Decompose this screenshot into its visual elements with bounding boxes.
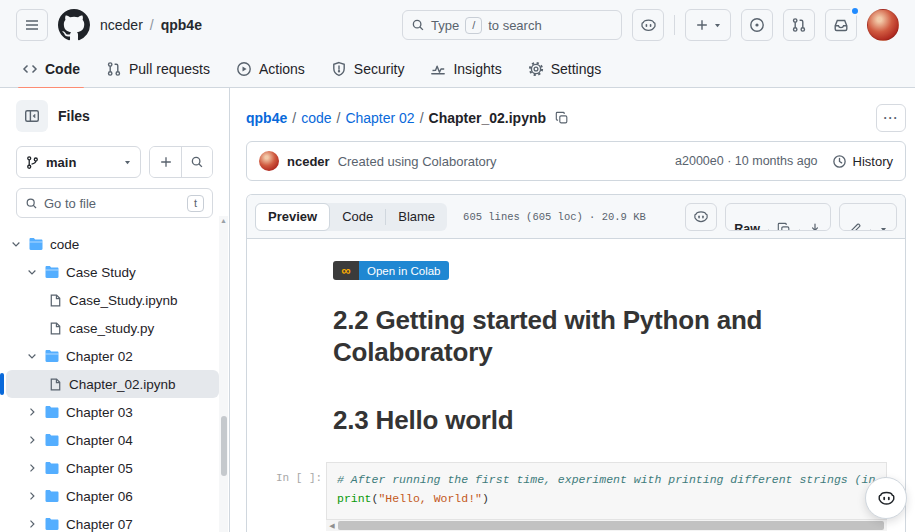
more-options-button[interactable]: ··· (876, 104, 906, 132)
play-circle-icon (236, 61, 252, 77)
content-split: Files main (0, 88, 915, 532)
breadcrumb-dir-link[interactable]: code (301, 110, 331, 126)
tree-item-case-study-folder[interactable]: Case Study (6, 258, 219, 286)
tab-pull-requests[interactable]: Pull requests (96, 54, 220, 84)
tree-item-label: case_study.py (69, 321, 154, 336)
copilot-button[interactable] (632, 9, 664, 41)
user-avatar[interactable] (867, 9, 899, 41)
code-comment: # After running the first time, experime… (337, 473, 887, 486)
tab-code[interactable]: Code (330, 203, 385, 231)
hamburger-menu-button[interactable] (16, 9, 48, 41)
file-icon (48, 377, 63, 392)
tab-settings[interactable]: Settings (518, 54, 612, 84)
global-search-input[interactable]: Type / to search (402, 10, 622, 40)
sidebar-title: Files (58, 108, 90, 124)
pencil-icon (848, 222, 862, 231)
copy-path-button[interactable] (553, 109, 571, 127)
tree-item-chapter-02-folder[interactable]: Chapter 02 (6, 342, 219, 370)
code-paren: ) (482, 492, 489, 505)
repo-nav: Code Pull requests Actions Security Insi… (0, 50, 915, 88)
hamburger-icon (24, 17, 40, 33)
tree-item-label: Chapter 06 (66, 489, 133, 504)
tab-insights[interactable]: Insights (420, 54, 511, 84)
code-string: "Hello, World!" (378, 492, 482, 505)
raw-button[interactable]: Raw (726, 229, 768, 230)
tree-item-case-study-py[interactable]: case_study.py (6, 314, 219, 342)
file-icon (48, 293, 63, 308)
tab-preview[interactable]: Preview (255, 203, 330, 231)
t-key-hint: t (187, 195, 204, 212)
commit-author[interactable]: nceder (287, 154, 330, 169)
edit-file-button[interactable] (840, 229, 870, 230)
file-toolbar: Preview Code Blame 605 lines (605 loc) ·… (247, 195, 905, 239)
search-files-button[interactable] (181, 147, 212, 177)
issues-button[interactable] (741, 9, 773, 41)
breadcrumb-separator: / (336, 110, 340, 126)
edit-dropdown-button[interactable] (870, 229, 896, 230)
copilot-icon (693, 209, 709, 225)
latest-commit-bar: nceder Created using Colaboratory a2000e… (246, 141, 906, 181)
view-mode-tabs: Preview Code Blame (255, 203, 447, 231)
tree-item-chapter-05[interactable]: Chapter 05 (6, 454, 219, 482)
copilot-floating-button[interactable] (865, 477, 907, 519)
tree-item-label: Chapter 03 (66, 405, 133, 420)
copy-raw-button[interactable] (768, 229, 799, 230)
colab-badge-label: Open in Colab (359, 261, 449, 280)
sidebar-panel-icon (24, 108, 40, 124)
open-in-colab-badge[interactable]: ∞ Open in Colab (333, 261, 449, 280)
commit-author-avatar[interactable] (259, 151, 279, 171)
scroll-left-arrow[interactable]: ◀ (326, 522, 338, 530)
history-button[interactable]: History (832, 154, 893, 169)
download-icon (808, 222, 822, 231)
tab-code[interactable]: Code (12, 54, 90, 84)
git-pull-request-icon (791, 17, 807, 33)
clock-history-icon (832, 154, 847, 169)
tab-blame[interactable]: Blame (386, 203, 447, 231)
cell-input-prompt: In [ ]: (276, 472, 322, 484)
plus-icon (159, 155, 173, 169)
collapse-sidebar-button[interactable] (16, 100, 48, 132)
copilot-icon (877, 489, 896, 508)
tree-item-chapter-02-ipynb[interactable]: Chapter_02.ipynb (6, 370, 219, 398)
tree-item-label: code (50, 237, 79, 252)
commit-message[interactable]: Created using Colaboratory (338, 154, 497, 169)
inbox-button[interactable] (825, 9, 857, 41)
context-owner-link[interactable]: nceder (100, 17, 143, 33)
folder-icon (44, 404, 60, 420)
go-to-file-input[interactable]: Go to file t (16, 188, 213, 218)
chevron-right-icon (26, 462, 38, 474)
repo-context-breadcrumb: nceder / qpb4e (100, 17, 202, 33)
breadcrumb-dir-link[interactable]: Chapter 02 (345, 110, 414, 126)
context-repo-link[interactable]: qpb4e (161, 17, 202, 33)
sidebar-scrollbar[interactable]: ▲ (219, 216, 228, 532)
tree-item-chapter-03[interactable]: Chapter 03 (6, 398, 219, 426)
tab-label: Insights (453, 61, 501, 77)
copilot-file-button[interactable] (685, 203, 717, 231)
copilot-icon (640, 17, 657, 34)
pull-requests-button[interactable] (783, 9, 815, 41)
caret-down-icon (123, 158, 132, 167)
code-horizontal-scrollbar[interactable]: ◀ (326, 520, 887, 531)
download-button[interactable] (799, 229, 830, 230)
tree-item-chapter-06[interactable]: Chapter 06 (6, 482, 219, 510)
create-new-button[interactable] (685, 9, 731, 41)
breadcrumb-repo-link[interactable]: qpb4e (246, 110, 287, 126)
file-actions-group (149, 146, 213, 178)
tab-security[interactable]: Security (321, 54, 415, 84)
scrollbar-thumb[interactable] (221, 416, 227, 476)
branch-selector[interactable]: main (16, 146, 141, 178)
commit-sha-and-time[interactable]: a2000e0 · 10 months ago (675, 154, 818, 168)
kebab-icon: ··· (884, 111, 899, 125)
tree-item-code[interactable]: code (6, 230, 219, 258)
scrollbar-thumb[interactable] (338, 521, 884, 530)
tree-item-case-study-ipynb[interactable]: Case_Study.ipynb (6, 286, 219, 314)
tab-actions[interactable]: Actions (226, 54, 315, 84)
folder-icon (44, 488, 60, 504)
new-file-button[interactable] (150, 147, 181, 177)
tree-item-chapter-04[interactable]: Chapter 04 (6, 426, 219, 454)
tree-item-label: Chapter 02 (66, 349, 133, 364)
chevron-down-icon (26, 266, 38, 278)
github-logo-icon[interactable] (58, 9, 90, 41)
cell-code[interactable]: # After running the first time, experime… (326, 462, 887, 520)
tree-item-chapter-07[interactable]: Chapter 07 (6, 510, 219, 532)
